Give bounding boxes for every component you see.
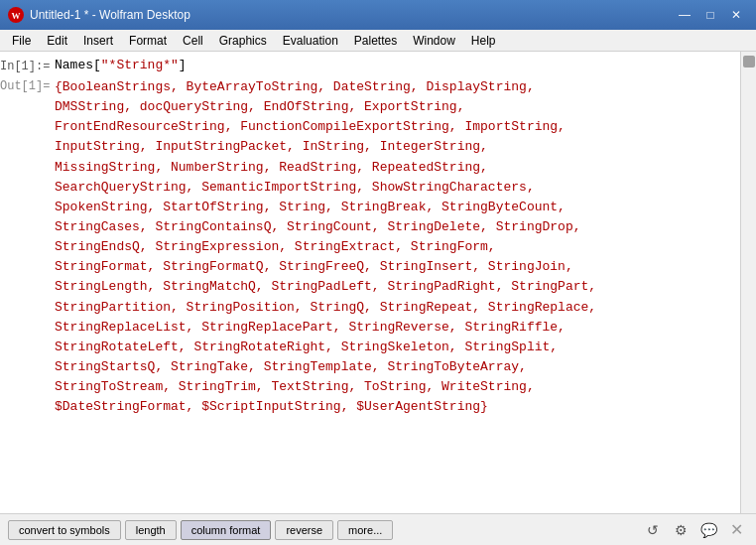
- column-format-button[interactable]: column format: [181, 520, 272, 540]
- svg-text:W: W: [12, 11, 21, 21]
- settings-icon-button[interactable]: ⚙: [669, 518, 693, 542]
- titlebar: W Untitled-1 * - Wolfram Desktop — □ ✕: [0, 0, 756, 30]
- close-button[interactable]: ✕: [724, 5, 748, 25]
- scrollbar[interactable]: [740, 52, 756, 513]
- reload-icon-button[interactable]: ↺: [641, 518, 665, 542]
- length-button[interactable]: length: [125, 520, 177, 540]
- notebook[interactable]: In[1]:= Names["*String*"] Out[1]= {Boole…: [0, 52, 740, 513]
- window-title: Untitled-1 * - Wolfram Desktop: [30, 8, 673, 22]
- output-text: {BooleanStrings, ByteArrayToString, Date…: [55, 77, 730, 417]
- menu-cell[interactable]: Cell: [175, 30, 211, 51]
- output-content: {BooleanStrings, ByteArrayToString, Date…: [55, 77, 740, 417]
- convert-to-symbols-button[interactable]: convert to symbols: [8, 520, 121, 540]
- app-icon: W: [8, 7, 24, 23]
- input-text: Names["*String*"]: [55, 58, 187, 72]
- minimize-button[interactable]: —: [673, 5, 696, 25]
- output-cell: Out[1]= {BooleanStrings, ByteArrayToStri…: [0, 75, 740, 419]
- input-content[interactable]: Names["*String*"]: [55, 58, 740, 72]
- scroll-thumb[interactable]: [743, 56, 755, 68]
- menu-help[interactable]: Help: [463, 30, 504, 51]
- maximize-button[interactable]: □: [698, 5, 722, 25]
- close-toolbar-button[interactable]: ✕: [724, 518, 748, 542]
- menu-evaluation[interactable]: Evaluation: [275, 30, 346, 51]
- menubar: File Edit Insert Format Cell Graphics Ev…: [0, 30, 756, 52]
- menu-graphics[interactable]: Graphics: [211, 30, 275, 51]
- menu-edit[interactable]: Edit: [39, 30, 75, 51]
- menu-format[interactable]: Format: [121, 30, 175, 51]
- reverse-button[interactable]: reverse: [275, 520, 333, 540]
- more-button[interactable]: more...: [337, 520, 393, 540]
- output-label: Out[1]=: [0, 77, 55, 93]
- bottom-toolbar: convert to symbols length column format …: [0, 513, 756, 545]
- menu-window[interactable]: Window: [405, 30, 463, 51]
- chat-icon-button[interactable]: 💬: [696, 518, 720, 542]
- menu-insert[interactable]: Insert: [75, 30, 121, 51]
- input-cell: In[1]:= Names["*String*"]: [0, 56, 740, 75]
- window-controls: — □ ✕: [673, 5, 748, 25]
- input-label: In[1]:=: [0, 58, 55, 73]
- menu-palettes[interactable]: Palettes: [346, 30, 405, 51]
- main-area: In[1]:= Names["*String*"] Out[1]= {Boole…: [0, 52, 756, 513]
- menu-file[interactable]: File: [4, 30, 39, 51]
